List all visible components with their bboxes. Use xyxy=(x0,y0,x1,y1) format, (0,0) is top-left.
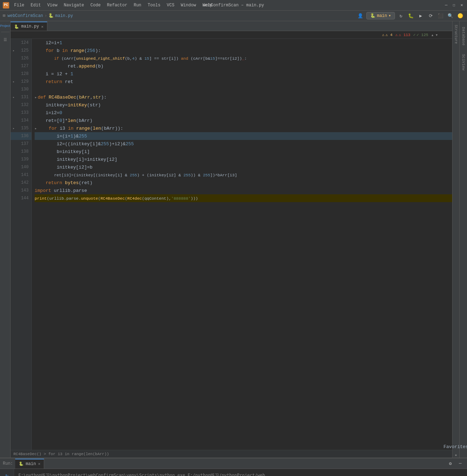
left-sidebar: Project ☰ xyxy=(0,21,11,458)
line-124: 124 xyxy=(11,39,31,47)
line-142: 142 xyxy=(11,179,31,187)
run-toolbar: ↻ ▴ ▾ ☰ ⊞ 📌 ⬛ 🗑 xyxy=(0,469,14,476)
database-panel-button[interactable]: Database xyxy=(461,24,466,48)
nav-right: 👤 🐍 main ▾ ↻ 🐛 ▶ ⟳ ⬛ 🔍 🟡 xyxy=(356,12,464,20)
line-135: ▸ 135 xyxy=(11,124,31,132)
nav-settings-button[interactable]: 🟡 xyxy=(456,12,464,20)
nav-search-button[interactable]: 🔍 xyxy=(447,12,454,20)
line-127: 127 xyxy=(11,62,31,70)
run-settings-button[interactable]: ⚙ xyxy=(447,460,454,468)
menu-navigate[interactable]: Navigate xyxy=(61,2,87,8)
code-editor[interactable]: 124 ▸ 125 126 127 128 ▸ 129 130 xyxy=(11,39,459,450)
nav-profile-button[interactable]: ⟳ xyxy=(427,12,435,20)
nav-stop-button[interactable]: ⬛ xyxy=(437,12,444,20)
python-file-icon: 🐍 xyxy=(14,24,19,29)
code-line-137: i2=((initkey[i]&255)+i2)&255 xyxy=(35,140,452,148)
code-line-129: return ret xyxy=(35,78,452,86)
line-128: 128 xyxy=(11,70,31,78)
nav-coverage-button[interactable]: ▶ xyxy=(417,12,425,20)
run-panel: Run: 🐍 main ✕ ⚙ ─ ↻ ▴ ▾ ☰ ⊞ 📌 ⬛ 🗑 E:\pyt… xyxy=(0,458,467,476)
run-tab-main[interactable]: 🐍 main ✕ xyxy=(15,459,44,469)
menu-view[interactable]: View xyxy=(45,2,60,8)
minimize-button[interactable]: ─ xyxy=(444,3,449,8)
sciview-panel-button[interactable]: SciView xyxy=(461,51,466,73)
menu-file[interactable]: File xyxy=(11,2,27,8)
editor-breadcrumb: RC4BaseDec() > for i3 in range(len(bArr)… xyxy=(11,450,459,458)
line-134: 134 xyxy=(11,117,31,124)
sidebar-item1[interactable]: ☰ xyxy=(1,35,10,44)
nav-refresh-button[interactable]: ↻ xyxy=(397,12,405,20)
code-line-124: i2=i+1 xyxy=(35,39,452,47)
main-content: Project ☰ 🐍 main.py ✕ ⚠⚠ 4 xyxy=(0,21,467,458)
code-line-128: i = i2 + 1 xyxy=(35,70,452,78)
run-tab-label: main xyxy=(26,462,36,466)
code-line-139: initkey[i]=initkey[i2] xyxy=(35,155,452,163)
maximize-button[interactable]: ☐ xyxy=(451,3,456,8)
structure-panel-button[interactable]: Structure xyxy=(454,23,458,46)
content-area: 🐍 main.py ✕ ⚠⚠ 4 ⚠⚠ 113 ✓✓ 125 xyxy=(11,21,459,458)
app-icon: PC xyxy=(3,2,9,8)
line-126: 126 xyxy=(11,54,31,62)
run-panel-controls: ⚙ ─ xyxy=(447,460,464,468)
window-controls: ─ ☐ ✕ xyxy=(444,3,464,8)
code-line-126: if (cArr[unsigned_right_shitf(b,4) & 15]… xyxy=(35,54,452,62)
run-restart-button[interactable]: ↻ xyxy=(2,470,12,476)
run-config-dropdown[interactable]: 🐍 main ▾ xyxy=(366,12,395,19)
menu-vcs[interactable]: VCS xyxy=(164,2,177,8)
line-129: ▸ 129 xyxy=(11,78,31,86)
code-line-144: print(urllib.parse.unquote(RC4BaseDec(RC… xyxy=(35,194,452,202)
run-content: E:\python练习\pythonProject\webConfirmScan… xyxy=(14,469,467,476)
line-141: 141 xyxy=(11,171,31,179)
line-132: 132 xyxy=(11,101,31,109)
line-137: 137 xyxy=(11,140,31,148)
run-tab-icon: 🐍 xyxy=(19,462,24,466)
sidebar-project-button[interactable]: Project xyxy=(1,23,10,29)
favorites-label: Favorites xyxy=(443,444,467,449)
breadcrumb-file[interactable]: main.py xyxy=(55,13,73,18)
run-panel-header: Run: 🐍 main ✕ ⚙ ─ xyxy=(0,458,467,469)
code-line-131: ▸def RC4BaseDec(bArr,str): xyxy=(35,93,452,101)
run-output-line-1: E:\python练习\pythonProject\webConfirmScan… xyxy=(18,472,463,476)
file-tabs: 🐍 main.py ✕ xyxy=(11,21,459,31)
menu-code[interactable]: Code xyxy=(88,2,104,8)
menu-window[interactable]: Window xyxy=(178,2,199,8)
editor-breadcrumb-text: RC4BaseDec() > for i3 in range(len(bArr)… xyxy=(13,452,109,456)
nav-user-icon[interactable]: 👤 xyxy=(356,12,364,20)
menu-bar: File Edit View Navigate Code Refactor Ru… xyxy=(11,2,215,8)
line-130: 130 xyxy=(11,86,31,93)
nav-bar: ⊞ webConfirmScan › 🐍 main.py 👤 🐍 main ▾ … xyxy=(0,11,467,21)
line-143: 143 xyxy=(11,187,31,194)
star-icon: ★ xyxy=(455,452,457,458)
code-line-138: b=initkey[i] xyxy=(35,148,452,155)
menu-tools[interactable]: Tools xyxy=(145,2,163,8)
code-line-132: initkey=initKey(str) xyxy=(35,101,452,109)
code-line-134: ret=[0]*len(bArr) xyxy=(35,117,452,124)
run-label: Run: xyxy=(3,461,13,466)
code-line-127: ret.append(b) xyxy=(35,62,452,70)
menu-run[interactable]: Run xyxy=(131,2,144,8)
nav-debug-button[interactable]: 🐛 xyxy=(407,12,415,20)
tab-close-button[interactable]: ✕ xyxy=(41,24,43,29)
run-minimize-button[interactable]: ─ xyxy=(456,460,464,468)
window-title: webConfirmScan – main.py xyxy=(203,3,264,8)
code-line-142: return bytes(ret) xyxy=(35,179,452,187)
menu-edit[interactable]: Edit xyxy=(28,2,44,8)
line-138: 138 xyxy=(11,148,31,155)
breadcrumb-project[interactable]: webConfirmScan xyxy=(7,13,43,18)
editor-warning-bar: ⚠⚠ 4 ⚠⚠ 113 ✓✓ 125 ▴ ▾ xyxy=(11,31,459,39)
line-140: 140 xyxy=(11,163,31,171)
warning-count[interactable]: ⚠⚠ 4 xyxy=(382,33,392,37)
error-count[interactable]: ⚠⚠ 113 xyxy=(395,33,410,37)
run-tab-close[interactable]: ✕ xyxy=(38,462,41,466)
tab-filename: main.py xyxy=(21,24,39,29)
menu-refactor[interactable]: Refactor xyxy=(104,2,130,8)
title-bar: PC File Edit View Navigate Code Refactor… xyxy=(0,0,467,11)
editor-container: 🐍 main.py ✕ ⚠⚠ 4 ⚠⚠ 113 ✓✓ 125 xyxy=(11,21,459,458)
title-bar-left: PC File Edit View Navigate Code Refactor… xyxy=(3,2,215,8)
ok-count[interactable]: ✓✓ 125 xyxy=(413,33,428,37)
line-125: ▸ 125 xyxy=(11,47,31,54)
file-tab-main[interactable]: 🐍 main.py ✕ xyxy=(11,22,47,31)
code-lines[interactable]: i2=i+1 for b in range(256): if (cArr[uns… xyxy=(32,39,455,450)
code-line-133: i=i2=0 xyxy=(35,109,452,117)
close-button[interactable]: ✕ xyxy=(459,3,464,8)
